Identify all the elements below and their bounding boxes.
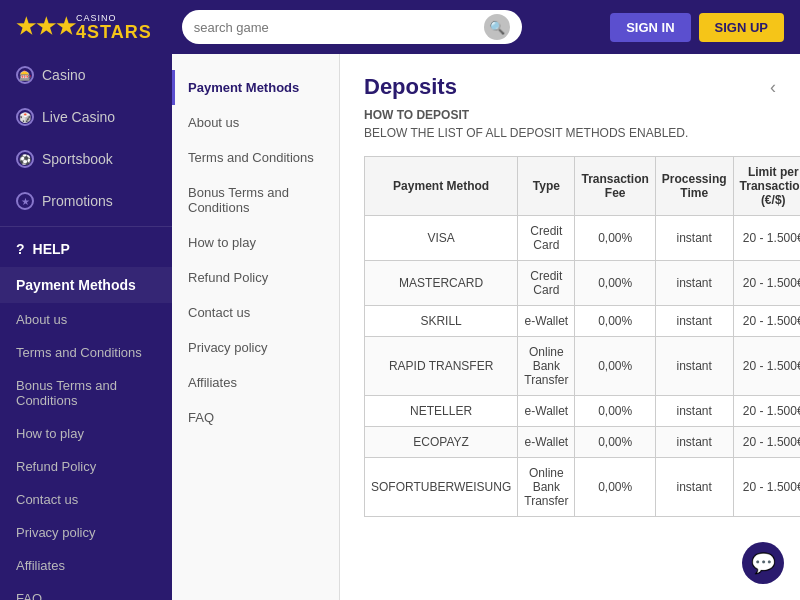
cell-type: Online Bank Transfer xyxy=(518,337,575,396)
table-row: VISACredit Card0,00%instant20 - 1.500€ xyxy=(365,216,801,261)
logo: ★★★ CASINO 4STARS xyxy=(16,14,152,41)
signin-button[interactable]: SIGN IN xyxy=(610,13,690,42)
sidebar-item-sportsbook[interactable]: ⚽ Sportsbook xyxy=(0,138,172,180)
cell-processing: instant xyxy=(655,306,733,337)
deposit-table: Payment Method Type Transaction Fee Proc… xyxy=(364,156,800,517)
logo-text: CASINO 4STARS xyxy=(76,14,152,41)
col-transaction-fee: Transaction Fee xyxy=(575,157,655,216)
sidebar-item-promotions[interactable]: ★ Promotions xyxy=(0,180,172,222)
search-button[interactable]: 🔍 xyxy=(484,14,510,40)
cell-processing: instant xyxy=(655,396,733,427)
mid-item-refund[interactable]: Refund Policy xyxy=(172,260,339,295)
table-row: NETELLERe-Wallet0,00%instant20 - 1.500€ xyxy=(365,396,801,427)
cell-fee: 0,00% xyxy=(575,306,655,337)
casino-icon: 🎰 xyxy=(16,66,34,84)
mid-item-how-to-play[interactable]: How to play xyxy=(172,225,339,260)
chat-icon: 💬 xyxy=(751,551,776,575)
cell-limit: 20 - 1.500€ xyxy=(733,458,800,517)
sidebar-item-help[interactable]: ? HELP xyxy=(0,231,172,267)
cell-type: Online Bank Transfer xyxy=(518,458,575,517)
sidebar-subitem-contact[interactable]: Contact us xyxy=(0,483,172,516)
cell-processing: instant xyxy=(655,458,733,517)
col-type: Type xyxy=(518,157,575,216)
cell-method: NETELLER xyxy=(365,396,518,427)
search-bar: 🔍 xyxy=(182,10,522,44)
mid-item-about-us[interactable]: About us xyxy=(172,105,339,140)
sportsbook-icon: ⚽ xyxy=(16,150,34,168)
cell-type: Credit Card xyxy=(518,261,575,306)
cell-fee: 0,00% xyxy=(575,337,655,396)
signup-button[interactable]: SIGN UP xyxy=(699,13,784,42)
promotions-icon: ★ xyxy=(16,192,34,210)
mid-item-contact[interactable]: Contact us xyxy=(172,295,339,330)
table-row: SOFORTUBERWEISUNGOnline Bank Transfer0,0… xyxy=(365,458,801,517)
promotions-label: Promotions xyxy=(42,193,113,209)
page-title: Deposits xyxy=(364,74,457,100)
payment-methods-label: Payment Methods xyxy=(16,277,136,293)
cell-processing: instant xyxy=(655,337,733,396)
cell-fee: 0,00% xyxy=(575,261,655,306)
table-row: SKRILLe-Wallet0,00%instant20 - 1.500€ xyxy=(365,306,801,337)
cell-limit: 20 - 1.500€ xyxy=(733,337,800,396)
cell-type: e-Wallet xyxy=(518,306,575,337)
sidebar-subitem-how-to-play[interactable]: How to play xyxy=(0,417,172,450)
logo-stars: ★★★ xyxy=(16,16,76,38)
casino-label: Casino xyxy=(42,67,86,83)
main-layout: 🎰 Casino 🎲 Live Casino ⚽ Sportsbook ★ Pr… xyxy=(0,54,800,600)
middle-sidebar: Payment Methods About us Terms and Condi… xyxy=(172,54,340,600)
left-sidebar: 🎰 Casino 🎲 Live Casino ⚽ Sportsbook ★ Pr… xyxy=(0,54,172,600)
mid-item-faq[interactable]: FAQ xyxy=(172,400,339,435)
chat-button[interactable]: 💬 xyxy=(742,542,784,584)
sidebar-subitem-terms[interactable]: Terms and Conditions xyxy=(0,336,172,369)
cell-limit: 20 - 1.500€ xyxy=(733,306,800,337)
mid-item-privacy[interactable]: Privacy policy xyxy=(172,330,339,365)
sidebar-subitem-privacy[interactable]: Privacy policy xyxy=(0,516,172,549)
cell-fee: 0,00% xyxy=(575,216,655,261)
cell-limit: 20 - 1.500€ xyxy=(733,216,800,261)
table-row: MASTERCARDCredit Card0,00%instant20 - 1.… xyxy=(365,261,801,306)
search-input[interactable] xyxy=(194,20,484,35)
content-area: Deposits ‹ HOW TO DEPOSIT BELOW THE LIST… xyxy=(340,54,800,600)
cell-fee: 0,00% xyxy=(575,458,655,517)
mid-item-terms[interactable]: Terms and Conditions xyxy=(172,140,339,175)
cell-processing: instant xyxy=(655,261,733,306)
back-arrow-icon[interactable]: ‹ xyxy=(770,77,776,98)
mid-item-affiliates[interactable]: Affiliates xyxy=(172,365,339,400)
table-header-row: Payment Method Type Transaction Fee Proc… xyxy=(365,157,801,216)
cell-processing: instant xyxy=(655,427,733,458)
cell-limit: 20 - 1.500€ xyxy=(733,427,800,458)
auth-buttons: SIGN IN SIGN UP xyxy=(610,13,784,42)
col-payment-method: Payment Method xyxy=(365,157,518,216)
cell-method: MASTERCARD xyxy=(365,261,518,306)
how-to-deposit-subtitle: HOW TO DEPOSIT xyxy=(364,108,776,122)
help-label: HELP xyxy=(33,241,70,257)
sidebar-subitem-faq[interactable]: FAQ xyxy=(0,582,172,600)
sidebar-subitem-affiliates[interactable]: Affiliates xyxy=(0,549,172,582)
logo-4stars-text: 4STARS xyxy=(76,23,152,41)
mid-item-payment-methods[interactable]: Payment Methods xyxy=(172,70,339,105)
cell-type: Credit Card xyxy=(518,216,575,261)
sidebar-subitem-about-us[interactable]: About us xyxy=(0,303,172,336)
content-header: Deposits ‹ xyxy=(364,74,776,100)
cell-method: RAPID TRANSFER xyxy=(365,337,518,396)
cell-method: VISA xyxy=(365,216,518,261)
sidebar-item-casino[interactable]: 🎰 Casino xyxy=(0,54,172,96)
col-limit: Limit per Transaction (€/$) xyxy=(733,157,800,216)
cell-method: SOFORTUBERWEISUNG xyxy=(365,458,518,517)
mid-item-bonus-terms[interactable]: Bonus Terms and Conditions xyxy=(172,175,339,225)
cell-limit: 20 - 1.500€ xyxy=(733,396,800,427)
sidebar-subitem-refund[interactable]: Refund Policy xyxy=(0,450,172,483)
sidebar-item-live-casino[interactable]: 🎲 Live Casino xyxy=(0,96,172,138)
table-row: ECOPAYZe-Wallet0,00%instant20 - 1.500€ xyxy=(365,427,801,458)
deposit-description: BELOW THE LIST OF ALL DEPOSIT METHODS EN… xyxy=(364,126,776,140)
cell-fee: 0,00% xyxy=(575,396,655,427)
cell-method: SKRILL xyxy=(365,306,518,337)
sidebar-subitem-bonus-terms[interactable]: Bonus Terms and Conditions xyxy=(0,369,172,417)
col-processing-time: Processing Time xyxy=(655,157,733,216)
sidebar-item-payment-methods[interactable]: Payment Methods xyxy=(0,267,172,303)
cell-limit: 20 - 1.500€ xyxy=(733,261,800,306)
cell-fee: 0,00% xyxy=(575,427,655,458)
live-casino-icon: 🎲 xyxy=(16,108,34,126)
help-icon: ? xyxy=(16,241,25,257)
header: ★★★ CASINO 4STARS 🔍 SIGN IN SIGN UP xyxy=(0,0,800,54)
